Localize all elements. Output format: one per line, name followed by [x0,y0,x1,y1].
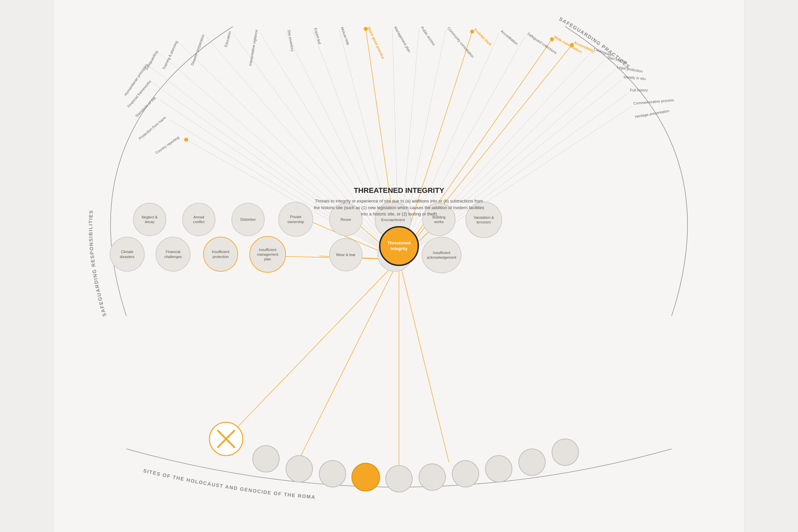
svg-line-19 [399,36,525,259]
circle-financial[interactable]: Financialchallenges [156,237,191,272]
circle-insuff-mgmt[interactable]: Insufficientmanagementplan [249,236,286,273]
svg-point-86 [552,439,578,466]
circle-insuff-ack[interactable]: Insufficientacknowledgement [422,237,461,273]
svg-text:Protection from harm: Protection from harm [138,115,167,140]
svg-point-77 [253,445,279,472]
svg-text:Mutual help: Mutual help [340,26,350,46]
svg-text:Training & planning: Training & planning [162,40,178,71]
svg-text:Management plan: Management plan [393,25,411,53]
svg-text:Full history: Full history [630,88,648,92]
svg-text:Identify in situ: Identify in situ [624,75,646,81]
circle-wear-tear[interactable]: Wear & tear [329,238,362,271]
svg-line-33 [226,259,399,439]
page-title: THREATENED INTEGRITY [354,186,444,195]
svg-text:Education: Education [224,31,232,47]
svg-line-34 [299,259,399,459]
circle-armed-conflict[interactable]: Armedconflict [182,203,215,236]
svg-text:Safeguarding: Safeguarding [144,50,158,71]
svg-point-37 [184,138,188,141]
svg-text:Heritage presentation: Heritage presentation [634,109,670,119]
circle-private-ownership[interactable]: Privateownership [278,202,313,237]
svg-text:Prohibit theft: Prohibit theft [474,27,492,46]
svg-text:Site inventory: Site inventory [287,29,294,52]
svg-point-85 [519,449,545,475]
circle-climate[interactable]: Climatedisasters [110,237,145,272]
circle-distortion[interactable]: Distortion [231,203,265,236]
svg-point-78 [286,456,312,482]
main-description: Threats to integrity or experience of si… [312,198,486,217]
svg-text:SAFEGUARDING RESPONSIBILITIES: SAFEGUARDING RESPONSIBILITIES [88,209,107,317]
svg-point-82 [419,464,445,491]
svg-text:Safeguard collections: Safeguard collections [527,32,557,55]
svg-text:Disaster preparation: Disaster preparation [190,34,205,66]
svg-point-84 [486,456,512,482]
svg-point-81 [386,466,412,492]
center-node-label: Threatened integrity [380,241,418,252]
circle-neglect-decay[interactable]: Neglect &decay [133,203,166,236]
svg-text:Standards of risk: Standards of risk [135,96,157,118]
svg-text:Country reporting: Country reporting [155,135,180,155]
svg-text:Interpretative vigilance: Interpretative vigilance [248,29,258,66]
svg-text:Public access: Public access [420,25,436,46]
svg-text:Commemorative process: Commemorative process [633,98,674,106]
svg-text:Accreditation: Accreditation [500,29,519,45]
center-node[interactable]: Threatened integrity [379,226,419,266]
svg-line-27 [399,107,632,259]
circle-insuff-protection[interactable]: Insufficientprotection [203,237,238,272]
svg-line-36 [399,259,449,462]
svg-point-80 [352,463,380,491]
svg-point-79 [319,460,346,487]
svg-point-83 [452,460,479,487]
main-container: Country reporting Protection from harm S… [0,0,798,532]
